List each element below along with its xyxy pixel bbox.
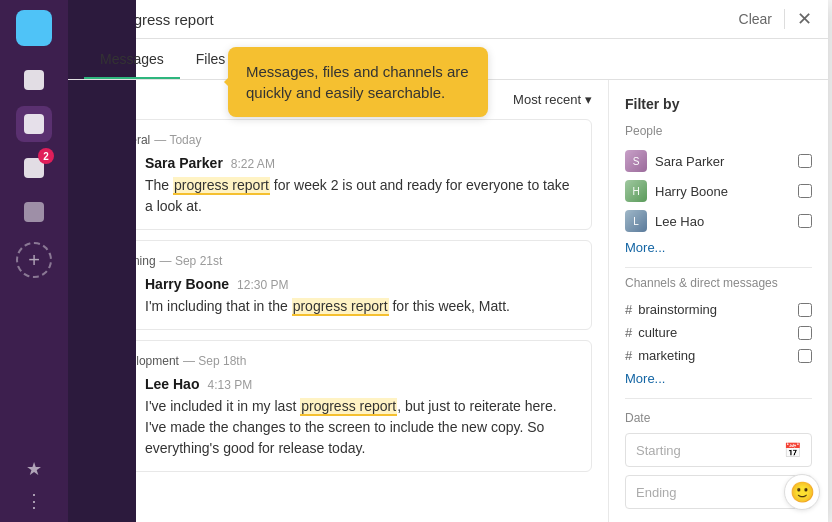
author-2: Harry Boone xyxy=(145,276,229,292)
main-area: 🔍 Clear ✕ Messages Files Channels People… xyxy=(68,0,832,522)
channel-line-1: # general — Today xyxy=(99,132,577,147)
tabs-bar: Messages Files Channels People Messages,… xyxy=(68,39,828,80)
search-panel: 🔍 Clear ✕ Messages Files Channels People… xyxy=(68,0,828,522)
tooltip-text: Messages, files and channels are quickly… xyxy=(246,63,469,101)
filter-name-harry: Harry Boone xyxy=(655,184,728,199)
highlight-1: progress report xyxy=(173,177,270,195)
filter-name-sara: Sara Parker xyxy=(655,154,724,169)
channel-label-culture: culture xyxy=(638,325,677,340)
smiley-button[interactable]: 🙂 xyxy=(784,474,820,510)
filter-checkbox-sara[interactable] xyxy=(798,154,812,168)
filter-divider-1 xyxy=(625,267,812,268)
tab-messages[interactable]: Messages xyxy=(84,39,180,79)
filter-checkbox-brainstorming[interactable] xyxy=(798,303,812,317)
clear-button[interactable]: Clear xyxy=(739,11,772,27)
filter-person-sara[interactable]: S Sara Parker xyxy=(625,146,812,176)
message-card-3[interactable]: # development — Sep 18th LH Lee Hao 4:13… xyxy=(84,340,592,472)
filter-checkbox-marketing[interactable] xyxy=(798,349,812,363)
channel-date-2: — Sep 21st xyxy=(160,254,223,268)
filter-channel-culture[interactable]: # culture xyxy=(625,321,812,344)
message-text-3: I've included it in my last progress rep… xyxy=(145,396,577,459)
message-icon xyxy=(24,114,44,134)
message-body-1: SP Sara Parker 8:22 AM The progress repo… xyxy=(99,155,577,217)
channel-label-marketing: marketing xyxy=(638,348,695,363)
date-starting-input[interactable]: Starting 📅 xyxy=(625,433,812,467)
sidebar-item-search[interactable] xyxy=(16,194,52,230)
message-card-1[interactable]: # general — Today SP Sara Parker 8:22 AM xyxy=(84,119,592,230)
filter-divider-2 xyxy=(625,398,812,399)
filter-person-lee[interactable]: L Lee Hao xyxy=(625,206,812,236)
channel-label-brainstorming: brainstorming xyxy=(638,302,717,317)
channels-section-title: Channels & direct messages xyxy=(625,276,812,290)
channel-hash-1: # xyxy=(625,302,632,317)
channel-line-2: # planning — Sep 21st xyxy=(99,253,577,268)
people-section-title: People xyxy=(625,124,812,138)
date-section-label: Date xyxy=(625,411,812,425)
filter-checkbox-lee[interactable] xyxy=(798,214,812,228)
sidebar-bottom: ★ ⋮ xyxy=(25,458,43,512)
people-more-link[interactable]: More... xyxy=(625,240,812,255)
home-icon xyxy=(24,70,44,90)
more-options-icon[interactable]: ⋮ xyxy=(25,490,43,512)
filter-panel: Filter by People S Sara Parker H Harry B… xyxy=(608,80,828,522)
filter-checkbox-culture[interactable] xyxy=(798,326,812,340)
search-icon xyxy=(24,202,44,222)
channels-more-link[interactable]: More... xyxy=(625,371,812,386)
time-1: 8:22 AM xyxy=(231,157,275,171)
filter-avatar-harry: H xyxy=(625,180,647,202)
results-panel: 3 results Most recent ▾ # general — Toda… xyxy=(68,80,608,522)
message-body-2: HB Harry Boone 12:30 PM I'm including th… xyxy=(99,276,577,317)
author-1: Sara Parker xyxy=(145,155,223,171)
filter-channel-brainstorming[interactable]: # brainstorming xyxy=(625,298,812,321)
channel-date-3: — Sep 18th xyxy=(183,354,246,368)
channel-line-3: # development — Sep 18th xyxy=(99,353,577,368)
add-workspace-button[interactable]: + xyxy=(16,242,52,278)
sidebar-item-home[interactable] xyxy=(16,62,52,98)
sidebar-item-mentions[interactable]: 2 xyxy=(16,150,52,186)
calendar-icon-starting: 📅 xyxy=(784,442,801,458)
filter-avatar-sara: S xyxy=(625,150,647,172)
message-text-1: The progress report for week 2 is out an… xyxy=(145,175,577,217)
sort-dropdown[interactable]: Most recent ▾ xyxy=(513,92,592,107)
filter-avatar-lee: L xyxy=(625,210,647,232)
channel-hash-3: # xyxy=(625,348,632,363)
highlight-3: progress report xyxy=(300,398,397,416)
message-card-2[interactable]: # planning — Sep 21st HB Harry Boone 12:… xyxy=(84,240,592,330)
author-3: Lee Hao xyxy=(145,376,199,392)
sort-chevron-icon: ▾ xyxy=(585,92,592,107)
search-content: 3 results Most recent ▾ # general — Toda… xyxy=(68,80,828,522)
sort-label: Most recent xyxy=(513,92,581,107)
search-input[interactable] xyxy=(112,11,731,28)
time-2: 12:30 PM xyxy=(237,278,288,292)
highlight-2: progress report xyxy=(292,298,389,316)
notification-badge: 2 xyxy=(38,148,54,164)
filter-checkbox-harry[interactable] xyxy=(798,184,812,198)
filter-channel-marketing[interactable]: # marketing xyxy=(625,344,812,367)
star-icon[interactable]: ★ xyxy=(26,458,42,480)
search-bar: 🔍 Clear ✕ xyxy=(68,0,828,39)
app-logo[interactable] xyxy=(16,10,52,46)
time-3: 4:13 PM xyxy=(207,378,252,392)
filter-name-lee: Lee Hao xyxy=(655,214,704,229)
sidebar-item-dm[interactable] xyxy=(16,106,52,142)
divider xyxy=(784,9,785,29)
date-starting-label: Starting xyxy=(636,443,681,458)
close-button[interactable]: ✕ xyxy=(797,8,812,30)
channel-date-1: — Today xyxy=(154,133,201,147)
filter-person-harry[interactable]: H Harry Boone xyxy=(625,176,812,206)
filter-title: Filter by xyxy=(625,96,812,112)
message-body-3: LH Lee Hao 4:13 PM I've included it in m… xyxy=(99,376,577,459)
channel-hash-2: # xyxy=(625,325,632,340)
sidebar: 2 + ★ ⋮ xyxy=(0,0,68,522)
date-ending-label: Ending xyxy=(636,485,676,500)
message-text-2: I'm including that in the progress repor… xyxy=(145,296,510,317)
search-tooltip: Messages, files and channels are quickly… xyxy=(228,47,488,117)
